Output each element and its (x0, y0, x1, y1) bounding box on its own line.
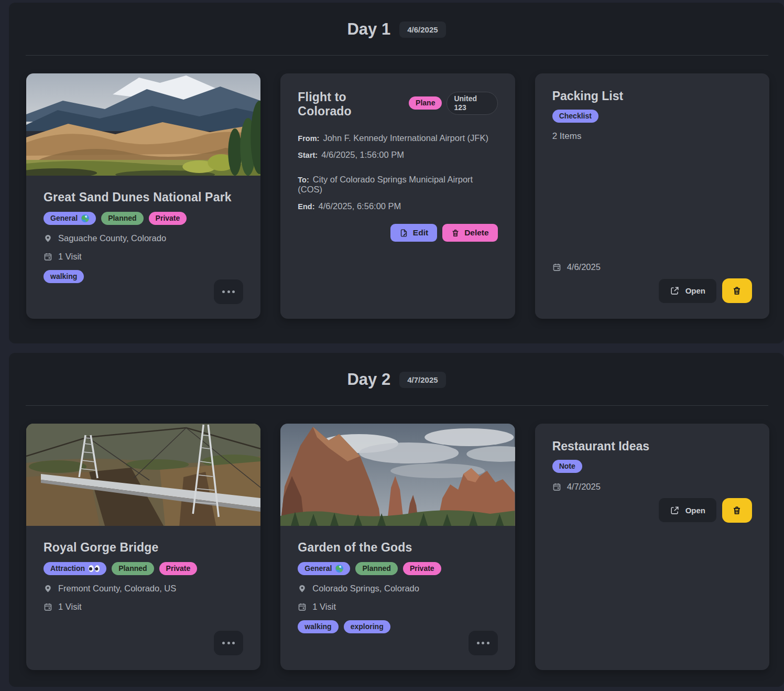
day-title: Day 2 (347, 370, 390, 389)
note-card-restaurant-ideas: Restaurant Ideas Note 4/7/2025 Open (535, 424, 769, 670)
location-text: Colorado Springs, Colorado (312, 584, 419, 593)
day-date-badge: 4/7/2025 (399, 372, 445, 388)
status-tag: Planned (101, 212, 143, 225)
card-title: Garden of the Gods (298, 541, 497, 555)
more-options-icon (222, 290, 225, 293)
location-row: Fremont County, Colorado, US (43, 584, 243, 593)
checklist-tag: Checklist (552, 110, 598, 123)
visits-text: 1 Visit (58, 602, 82, 612)
globe-icon (81, 214, 89, 222)
more-options-icon (477, 642, 480, 644)
external-link-icon (670, 286, 680, 296)
trash-icon (732, 286, 742, 296)
visibility-tag: Private (149, 212, 187, 225)
eyes-icon (89, 565, 100, 572)
day-1-header: Day 1 4/6/2025 (9, 3, 784, 40)
day-date-badge: 4/6/2025 (399, 21, 445, 38)
card-title: Restaurant Ideas (552, 439, 752, 454)
trash-icon (451, 229, 460, 237)
location-text: Saguache County, Colorado (58, 233, 166, 243)
edit-button[interactable]: Edit (390, 224, 437, 242)
place-card-great-sand-dunes: Great Sand Dunes National Park General P… (26, 73, 260, 319)
delete-button[interactable] (722, 278, 752, 303)
visits-row: 1 Visit (43, 252, 243, 262)
arrival-info: To:City of Colorado Springs Municipal Ai… (298, 175, 497, 211)
checklist-card-packing-list: Packing List Checklist 2 Items 4/6/2025 … (535, 73, 769, 319)
from-label: From: (298, 134, 319, 143)
card-title: Packing List (552, 89, 752, 103)
date-text: 4/7/2025 (567, 482, 601, 492)
day-title: Day 1 (347, 20, 390, 39)
activity-tag: walking (298, 620, 338, 633)
flight-number-badge: United 123 (447, 92, 497, 115)
from-value: John F. Kennedy International Airport (J… (323, 133, 488, 143)
place-card-royal-gorge: Royal Gorge Bridge Attraction Planned Pr… (26, 424, 260, 670)
trash-icon (732, 505, 742, 515)
royal-gorge-bridge-photo (26, 424, 260, 526)
to-label: To: (298, 176, 309, 184)
delete-button[interactable] (722, 498, 752, 523)
activity-tag: exploring (344, 620, 390, 633)
card-title: Great Sand Dunes National Park (43, 190, 243, 204)
status-tag: Planned (112, 562, 154, 575)
day-2-section: Day 2 4/7/2025 (9, 353, 784, 687)
more-options-button[interactable] (214, 279, 243, 304)
delete-button[interactable]: Delete (442, 224, 498, 242)
map-pin-icon (43, 584, 52, 593)
visits-row: 1 Visit (43, 602, 243, 612)
location-row: Saguache County, Colorado (43, 233, 243, 243)
visibility-tag: Private (403, 562, 441, 575)
location-row: Colorado Springs, Colorado (298, 584, 497, 593)
visibility-tag: Private (159, 562, 198, 575)
map-pin-icon (43, 233, 52, 243)
end-label: End: (298, 202, 314, 211)
flight-card: Flight to Colorado Plane United 123 From… (280, 73, 515, 319)
day-2-header: Day 2 4/7/2025 (9, 353, 784, 391)
date-row: 4/7/2025 (552, 482, 752, 492)
category-tag: General (43, 212, 96, 225)
garden-of-the-gods-photo (280, 424, 515, 526)
open-button[interactable]: Open (659, 498, 716, 522)
card-title: Royal Gorge Bridge (43, 541, 243, 555)
visits-text: 1 Visit (58, 252, 82, 262)
date-row: 4/6/2025 (552, 262, 752, 272)
start-label: Start: (298, 151, 318, 159)
external-link-icon (670, 505, 680, 515)
transport-type-tag: Plane (409, 96, 442, 110)
category-tag: Attraction (43, 562, 106, 575)
status-tag: Planned (355, 562, 397, 575)
end-value: 4/6/2025, 6:56:00 PM (319, 201, 401, 211)
calendar-icon (43, 252, 52, 261)
globe-icon (335, 565, 343, 573)
category-tag: General (298, 562, 350, 575)
calendar-icon (298, 602, 307, 611)
note-tag: Note (552, 460, 582, 473)
to-value: City of Colorado Springs Municipal Airpo… (298, 175, 473, 194)
location-text: Fremont County, Colorado, US (58, 584, 176, 593)
calendar-icon (552, 482, 561, 491)
items-count: 2 Items (552, 131, 752, 142)
more-options-button[interactable] (214, 631, 243, 655)
great-sand-dunes-photo (26, 73, 260, 176)
day-1-section: Day 1 4/6/2025 (9, 3, 784, 343)
edit-icon (399, 229, 408, 237)
more-options-icon (222, 642, 225, 644)
visits-text: 1 Visit (312, 602, 336, 612)
open-button[interactable]: Open (659, 279, 716, 303)
calendar-icon (552, 263, 561, 272)
departure-info: From:John F. Kennedy International Airpo… (298, 133, 497, 160)
start-value: 4/6/2025, 1:56:00 PM (321, 150, 404, 159)
place-card-garden-of-the-gods: Garden of the Gods General Planned Priva… (280, 424, 515, 670)
visits-row: 1 Visit (298, 602, 497, 612)
more-options-button[interactable] (469, 631, 498, 655)
date-text: 4/6/2025 (567, 262, 601, 272)
map-pin-icon (298, 584, 307, 593)
calendar-icon (43, 602, 52, 611)
activity-tag: walking (43, 270, 84, 283)
card-title: Flight to Colorado (298, 90, 402, 118)
